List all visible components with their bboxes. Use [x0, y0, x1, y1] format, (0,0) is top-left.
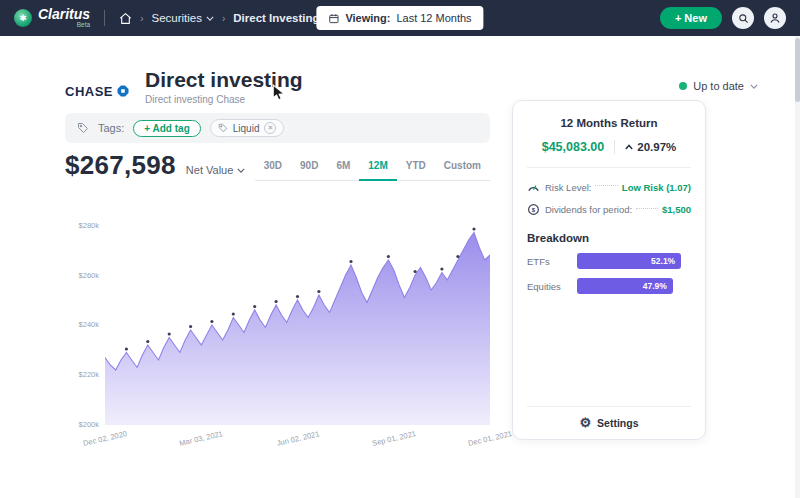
tab-12m[interactable]: 12M	[359, 154, 396, 181]
y-tick: $240k	[65, 321, 99, 329]
claritus-logo-icon: ✱	[14, 9, 32, 27]
home-button[interactable]	[119, 12, 132, 25]
x-tick: Sep 01, 2021	[371, 429, 417, 448]
bar-track: 52.1%	[577, 253, 691, 269]
settings-label: Settings	[597, 417, 638, 429]
dividends-value: $1,500	[662, 204, 691, 215]
net-value-label: Net Value	[186, 164, 234, 176]
tags-bar: Tags: + Add tag Liquid ✕	[65, 113, 490, 143]
chase-logo: CHASE	[65, 77, 129, 105]
area-chart-svg	[105, 225, 490, 425]
viewing-period-selector[interactable]: Viewing: Last 12 Months	[316, 6, 483, 30]
x-tick: Dec 02, 2020	[82, 429, 128, 448]
tab-90d[interactable]: 90D	[291, 154, 327, 180]
net-value-chart: $280k $260k $240k $220k $200k Dec 02, 20…	[65, 222, 490, 467]
profile-button[interactable]	[764, 7, 786, 29]
chevron-down-icon	[750, 84, 758, 89]
scrollbar	[795, 36, 800, 498]
equities-pct: 47.9%	[643, 281, 667, 291]
brand-name: Claritus	[38, 7, 90, 21]
etfs-bar: 52.1%	[577, 253, 681, 269]
panel-spacer	[527, 294, 691, 406]
remove-tag-icon[interactable]: ✕	[264, 122, 276, 134]
chevron-down-icon	[237, 168, 245, 173]
x-tick: Jun 02, 2021	[275, 429, 319, 448]
return-change: 20.97%	[625, 141, 676, 153]
dollar-coin-icon: $	[527, 203, 540, 216]
breadcrumb-separator: ›	[140, 13, 143, 24]
tab-30d[interactable]: 30D	[255, 154, 291, 180]
tag-chip-liquid[interactable]: Liquid ✕	[210, 119, 285, 137]
arrow-up-icon	[625, 144, 633, 150]
tab-ytd[interactable]: YTD	[397, 154, 435, 180]
breadcrumb-separator: ›	[222, 13, 225, 24]
y-tick: $220k	[65, 371, 99, 379]
search-icon	[738, 13, 749, 24]
horizontal-divider	[527, 167, 691, 168]
navbar-actions: + New	[660, 7, 786, 29]
page-header: CHASE Direct investing Direct investing …	[65, 68, 303, 105]
page-subtitle: Direct investing Chase	[145, 94, 303, 105]
dividends-label: Dividends for period:	[545, 204, 632, 215]
brand-beta-label: Beta	[77, 22, 90, 29]
y-tick: $200k	[65, 421, 99, 429]
add-tag-button[interactable]: + Add tag	[133, 120, 200, 137]
tab-6m[interactable]: 6M	[327, 154, 359, 180]
brand[interactable]: ✱ Claritus Beta	[14, 7, 90, 29]
breadcrumb: › Securities › Direct Investing	[119, 12, 331, 25]
vertical-divider	[614, 140, 615, 154]
risk-label: Risk Level:	[545, 182, 591, 193]
return-title: 12 Months Return	[527, 117, 691, 129]
gear-icon: ⚙	[579, 416, 591, 429]
breadcrumb-current-label: Direct Investing	[233, 12, 319, 24]
net-value-selector[interactable]: Net Value	[186, 164, 246, 176]
equities-bar: 47.9%	[577, 278, 673, 294]
net-value: $267,598	[65, 150, 176, 181]
chevron-down-icon	[206, 16, 214, 21]
chart-x-axis: Dec 02, 2020 Mar 03, 2021 Jun 02, 2021 S…	[105, 434, 490, 462]
page-title: Direct investing	[145, 68, 303, 91]
top-navbar: ✱ Claritus Beta › Securities › Direct In…	[0, 0, 800, 36]
nav-divider	[104, 10, 105, 26]
viewing-label: Viewing:	[345, 12, 390, 24]
title-block: Direct investing Direct investing Chase	[145, 68, 303, 105]
breadcrumb-securities[interactable]: Securities	[151, 12, 214, 24]
scrollbar-thumb[interactable]	[795, 38, 800, 102]
chase-octagon-icon	[117, 85, 129, 97]
etfs-pct: 52.1%	[651, 256, 675, 266]
status-dot-icon	[679, 82, 687, 90]
calendar-icon	[328, 13, 339, 24]
y-tick: $260k	[65, 272, 99, 280]
svg-text:$: $	[532, 207, 536, 213]
x-tick: Mar 03, 2021	[179, 429, 224, 448]
settings-button[interactable]: ⚙ Settings	[527, 406, 691, 429]
tag-icon	[77, 122, 89, 134]
chart-plot-area	[105, 225, 490, 425]
home-icon	[119, 12, 132, 25]
bar-track: 47.9%	[577, 278, 691, 294]
chart-area-fill	[105, 233, 490, 426]
user-icon	[769, 12, 781, 24]
risk-value: Low Risk (1.07)	[622, 182, 691, 193]
tag-icon	[218, 123, 228, 133]
dotted-leader	[595, 185, 617, 186]
dotted-leader	[636, 208, 658, 209]
bank-name: CHASE	[65, 84, 113, 99]
search-button[interactable]	[732, 7, 754, 29]
breakdown-title: Breakdown	[527, 232, 691, 244]
return-row: $45,083.00 20.97%	[527, 140, 691, 154]
return-change-value: 20.97%	[637, 141, 676, 153]
breakdown-label: ETFs	[527, 256, 577, 267]
return-value: $45,083.00	[542, 140, 605, 154]
summary-panel: 12 Months Return $45,083.00 20.97% Risk …	[512, 100, 706, 440]
breakdown-label: Equities	[527, 281, 577, 292]
new-button[interactable]: + New	[660, 7, 722, 29]
tab-custom[interactable]: Custom	[435, 154, 490, 180]
up-to-date-status[interactable]: Up to date	[679, 80, 758, 92]
y-tick: $280k	[65, 222, 99, 230]
risk-level-row: Risk Level: Low Risk (1.07)	[527, 181, 691, 193]
x-tick: Dec 01, 2021	[467, 429, 513, 448]
tags-label: Tags:	[98, 122, 124, 134]
breadcrumb-securities-label: Securities	[151, 12, 202, 24]
status-label: Up to date	[693, 80, 744, 92]
